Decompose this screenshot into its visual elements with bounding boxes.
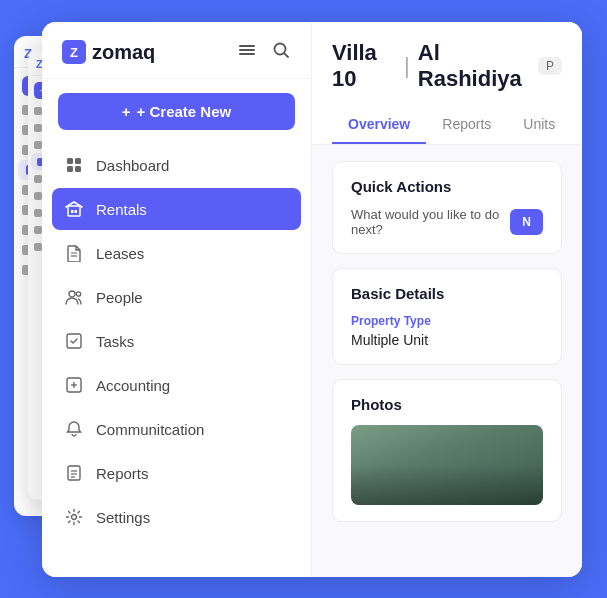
svg-point-15 xyxy=(76,292,80,296)
svg-rect-5 xyxy=(67,158,73,164)
quick-actions-row: What would you like to do next? N xyxy=(351,207,543,237)
svg-line-4 xyxy=(284,53,288,57)
quick-actions-title: Quick Actions xyxy=(351,178,543,195)
building-icon xyxy=(64,199,84,219)
sidebar: Z zomaq xyxy=(42,22,312,577)
svg-point-14 xyxy=(69,291,75,297)
property-type-label: Property Type xyxy=(351,314,543,328)
sidebar-item-rentals-label: Rentals xyxy=(96,201,147,218)
sidebar-item-settings-label: Settings xyxy=(96,509,150,526)
basic-details-title: Basic Details xyxy=(351,285,543,302)
sidebar-item-dashboard-label: Dashboard xyxy=(96,157,169,174)
sidebar-item-rentals[interactable]: Rentals xyxy=(52,188,301,230)
scene: Z zo... + c... Dashb... Rentals Leases P… xyxy=(0,0,607,598)
nav-list: Dashboard Rentals xyxy=(42,140,311,577)
sidebar-item-reports-label: Reports xyxy=(96,465,149,482)
photos-image xyxy=(351,425,543,505)
create-new-plus: + xyxy=(122,103,131,120)
sidebar-item-tasks[interactable]: Tasks xyxy=(52,320,301,362)
quick-actions-next-btn[interactable]: N xyxy=(510,209,543,235)
svg-rect-1 xyxy=(239,49,255,51)
tab-reports[interactable]: Reports xyxy=(426,106,507,144)
tabs-row: Overview Reports Units xyxy=(332,106,562,144)
logo-name: zomaq xyxy=(92,41,155,64)
svg-rect-6 xyxy=(75,158,81,164)
sidebar-header: Z zomaq xyxy=(42,22,311,79)
svg-point-24 xyxy=(72,515,77,520)
sidebar-item-leases[interactable]: Leases xyxy=(52,232,301,274)
create-new-button[interactable]: + + Create New xyxy=(58,93,295,130)
tasks-icon xyxy=(64,331,84,351)
sidebar-item-accounting[interactable]: Accounting xyxy=(52,364,301,406)
menu-icon[interactable] xyxy=(237,40,257,64)
svg-rect-2 xyxy=(239,53,255,55)
main-window: Z zomaq xyxy=(42,22,582,577)
svg-rect-7 xyxy=(67,166,73,172)
sidebar-item-accounting-label: Accounting xyxy=(96,377,170,394)
sidebar-item-tasks-label: Tasks xyxy=(96,333,134,350)
property-title: Villa 10 xyxy=(332,40,396,92)
content-title-row: Villa 10 | Al Rashidiya P xyxy=(332,40,562,92)
bell-icon xyxy=(64,419,84,439)
svg-rect-16 xyxy=(67,334,81,348)
svg-rect-9 xyxy=(68,206,80,216)
search-icon[interactable] xyxy=(271,40,291,64)
basic-details-card: Basic Details Property Type Multiple Uni… xyxy=(332,268,562,365)
reports-icon xyxy=(64,463,84,483)
sidebar-item-communication-label: Communitcation xyxy=(96,421,204,438)
tab-units[interactable]: Units xyxy=(507,106,571,144)
svg-rect-8 xyxy=(75,166,81,172)
accounting-icon xyxy=(64,375,84,395)
property-subtitle: Al Rashidiya xyxy=(418,40,530,92)
photos-card: Photos xyxy=(332,379,562,522)
sidebar-item-dashboard[interactable]: Dashboard xyxy=(52,144,301,186)
sidebar-item-reports[interactable]: Reports xyxy=(52,452,301,494)
logo-area: Z zomaq xyxy=(62,40,155,64)
tab-overview[interactable]: Overview xyxy=(332,106,426,144)
svg-rect-10 xyxy=(71,210,74,213)
photos-title: Photos xyxy=(351,396,543,413)
sidebar-item-people-label: People xyxy=(96,289,143,306)
header-icons xyxy=(237,40,291,64)
sidebar-item-settings[interactable]: Settings xyxy=(52,496,301,538)
svg-rect-11 xyxy=(75,210,78,213)
sidebar-item-leases-label: Leases xyxy=(96,245,144,262)
quick-actions-card: Quick Actions What would you like to do … xyxy=(332,161,562,254)
svg-rect-0 xyxy=(239,45,255,47)
create-new-label: + Create New xyxy=(137,103,232,120)
logo-icon: Z xyxy=(62,40,86,64)
property-badge: P xyxy=(538,57,562,75)
title-separator: | xyxy=(404,53,410,79)
content-body: Quick Actions What would you like to do … xyxy=(312,145,582,577)
grid-icon xyxy=(64,155,84,175)
property-type-value: Multiple Unit xyxy=(351,332,543,348)
quick-actions-prompt: What would you like to do next? xyxy=(351,207,510,237)
file-icon xyxy=(64,243,84,263)
content-header: Villa 10 | Al Rashidiya P Overview Repor… xyxy=(312,22,582,145)
users-icon xyxy=(64,287,84,307)
content-area: Villa 10 | Al Rashidiya P Overview Repor… xyxy=(312,22,582,577)
sidebar-item-communication[interactable]: Communitcation xyxy=(52,408,301,450)
svg-rect-20 xyxy=(68,466,80,480)
gear-icon xyxy=(64,507,84,527)
sidebar-item-people[interactable]: People xyxy=(52,276,301,318)
logo-letter: Z xyxy=(70,45,78,60)
